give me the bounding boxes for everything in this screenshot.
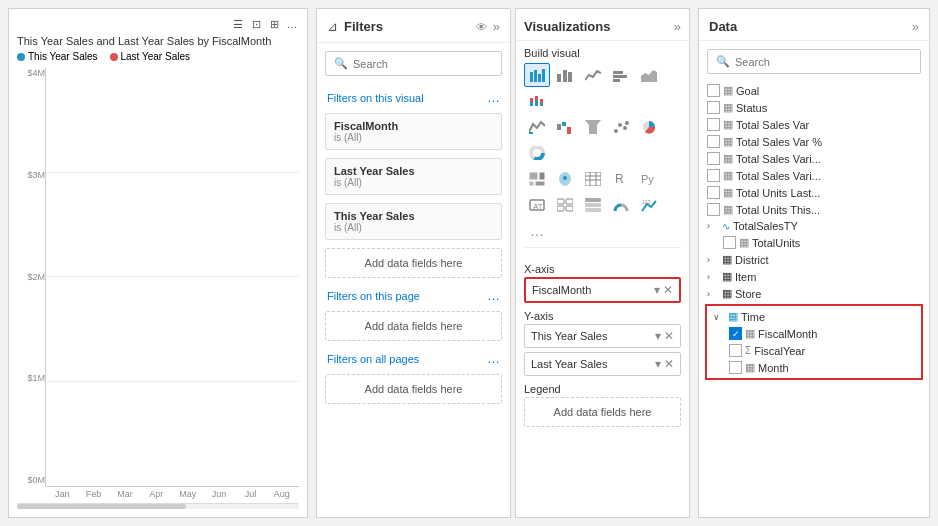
tree-item-totalunitsthis[interactable]: ▦ Total Units This... [703, 201, 925, 218]
y-label-0m: $0M [27, 475, 45, 485]
viz-title: Visualizations [524, 19, 674, 34]
viz-icon-python[interactable]: Py [636, 167, 662, 191]
filters-on-page-label: Filters on this page … [317, 282, 510, 307]
expand-icon[interactable]: ⊞ [267, 17, 281, 31]
filters-visual-more-icon[interactable]: … [487, 90, 500, 105]
tree-group-item[interactable]: › ▦ Item [703, 268, 925, 285]
viz-icon-card[interactable]: AT [524, 193, 550, 217]
filters-search-input[interactable] [353, 58, 493, 70]
tree-item-totalunits[interactable]: ▦ TotalUnits [719, 234, 925, 251]
checkbox-totalsalesvar[interactable] [707, 118, 720, 131]
svg-rect-48 [585, 203, 601, 207]
chart-scrollbar[interactable] [17, 503, 299, 509]
viz-icon-gauge[interactable] [608, 193, 634, 217]
filters-header: ⊿ Filters 👁 » [317, 9, 510, 43]
checkbox-fiscalmonth[interactable] [729, 327, 742, 340]
filters-search-box[interactable]: 🔍 [325, 51, 502, 76]
checkbox-totalsalesvari2[interactable] [707, 169, 720, 182]
yaxis-box-thisyear[interactable]: This Year Sales ▾ ✕ [524, 324, 681, 348]
viz-icon-pie[interactable] [636, 115, 662, 139]
viz-icon-donut[interactable] [524, 141, 550, 165]
xaxis-remove-icon[interactable]: ✕ [663, 283, 673, 297]
tree-group-totalsalesty[interactable]: › ∿ TotalSalesTY [703, 218, 925, 234]
tree-group-time[interactable]: ∨ ▦ Time [709, 308, 919, 325]
tree-group-district[interactable]: › ▦ District [703, 251, 925, 268]
filters-visual-add-data[interactable]: Add data fields here [325, 248, 502, 278]
viz-icon-area[interactable] [636, 63, 662, 87]
checkbox-totalunitslast[interactable] [707, 186, 720, 199]
filters-page-add-data[interactable]: Add data fields here [325, 311, 502, 341]
more-icon[interactable]: … [285, 17, 299, 31]
tree-item-totalunitslast[interactable]: ▦ Total Units Last... [703, 184, 925, 201]
yaxis-thisyear-dropdown-icon[interactable]: ▾ [655, 329, 661, 343]
viz-icon-slicer[interactable] [580, 193, 606, 217]
tree-item-totalsalesvari2[interactable]: ▦ Total Sales Vari... [703, 167, 925, 184]
filter-icon[interactable]: ⊡ [249, 17, 263, 31]
viz-icon-scatter[interactable] [608, 115, 634, 139]
filters-expand-icon[interactable]: » [493, 19, 500, 34]
legend-add-data[interactable]: Add data fields here [524, 397, 681, 427]
xaxis-dropdown-icon[interactable]: ▾ [654, 283, 660, 297]
yaxis-lastyear-dropdown-icon[interactable]: ▾ [655, 357, 661, 371]
svg-rect-6 [568, 72, 572, 82]
yaxis-lastyear-remove-icon[interactable]: ✕ [664, 357, 674, 371]
scrollbar-thumb[interactable] [17, 504, 186, 509]
tree-item-goal[interactable]: ▦ Goal [703, 82, 925, 99]
checkbox-goal[interactable] [707, 84, 720, 97]
viz-icon-waterfall[interactable] [552, 115, 578, 139]
checkbox-status[interactable] [707, 101, 720, 114]
viz-icon-map[interactable] [552, 167, 578, 191]
data-search-box[interactable]: 🔍 [707, 49, 921, 74]
hamburger-icon[interactable]: ☰ [231, 17, 245, 31]
tree-item-totalsalesvar[interactable]: ▦ Total Sales Var [703, 116, 925, 133]
filters-allpages-add-data[interactable]: Add data fields here [325, 374, 502, 404]
checkbox-totalsalesvari1[interactable] [707, 152, 720, 165]
data-search-input[interactable] [735, 56, 912, 68]
viz-icon-treemap[interactable] [524, 167, 550, 191]
viz-icon-bar[interactable] [524, 63, 550, 87]
viz-expand-icon[interactable]: » [674, 19, 681, 34]
filters-allpages-more-icon[interactable]: … [487, 351, 500, 366]
filters-page-more-icon[interactable]: … [487, 288, 500, 303]
xaxis-box[interactable]: FiscalMonth ▾ ✕ [524, 277, 681, 303]
viz-divider [524, 247, 681, 248]
svg-rect-14 [535, 96, 538, 100]
legend-item-this-year: This Year Sales [17, 51, 98, 62]
checkbox-totalunits[interactable] [723, 236, 736, 249]
viz-icon-kpi[interactable]: 123 [636, 193, 662, 217]
filter-card-lastyearsales[interactable]: Last Year Sales is (All) [325, 158, 502, 195]
checkbox-fiscalyear[interactable] [729, 344, 742, 357]
viz-icon-ribbon[interactable] [524, 115, 550, 139]
tree-item-fiscalmonth[interactable]: ▦ FiscalMonth [725, 325, 919, 342]
checkbox-month[interactable] [729, 361, 742, 374]
viz-icon-matrix[interactable]: R [608, 167, 634, 191]
viz-icon-line[interactable] [580, 63, 606, 87]
svg-rect-43 [557, 199, 564, 204]
tree-item-month[interactable]: ▦ Month [725, 359, 919, 376]
svg-rect-19 [562, 122, 566, 126]
filter-card-fiscalmonth[interactable]: FiscalMonth is (All) [325, 113, 502, 150]
checkbox-totalsalesvarpct[interactable] [707, 135, 720, 148]
svg-text:Py: Py [641, 173, 654, 185]
yaxis-box-lastyear[interactable]: Last Year Sales ▾ ✕ [524, 352, 681, 376]
tree-group-store[interactable]: › ▦ Store [703, 285, 925, 302]
tree-item-totalsalesvari1[interactable]: ▦ Total Sales Vari... [703, 150, 925, 167]
viz-icon-table[interactable] [580, 167, 606, 191]
filters-eye-icon[interactable]: 👁 [476, 21, 487, 33]
viz-icon-stacked[interactable] [524, 89, 550, 113]
viz-icon-funnel[interactable] [580, 115, 606, 139]
yaxis-thisyear-remove-icon[interactable]: ✕ [664, 329, 674, 343]
viz-icon-column[interactable] [608, 63, 634, 87]
filter-card-thisyearsales[interactable]: This Year Sales is (All) [325, 203, 502, 240]
table-icon-tsva1: ▦ [723, 152, 733, 165]
data-expand-icon[interactable]: » [912, 19, 919, 34]
table-icon-goal: ▦ [723, 84, 733, 97]
filter-card-fiscalmonth-subtitle: is (All) [334, 132, 493, 143]
tree-item-status[interactable]: ▦ Status [703, 99, 925, 116]
viz-icon-bar-cluster[interactable] [552, 63, 578, 87]
checkbox-totalunitsthis[interactable] [707, 203, 720, 216]
tree-item-fiscalyear[interactable]: Σ FiscalYear [725, 342, 919, 359]
viz-icon-more[interactable]: … [524, 219, 550, 243]
tree-item-totalsalesvarpct[interactable]: ▦ Total Sales Var % [703, 133, 925, 150]
viz-icon-multirow[interactable] [552, 193, 578, 217]
